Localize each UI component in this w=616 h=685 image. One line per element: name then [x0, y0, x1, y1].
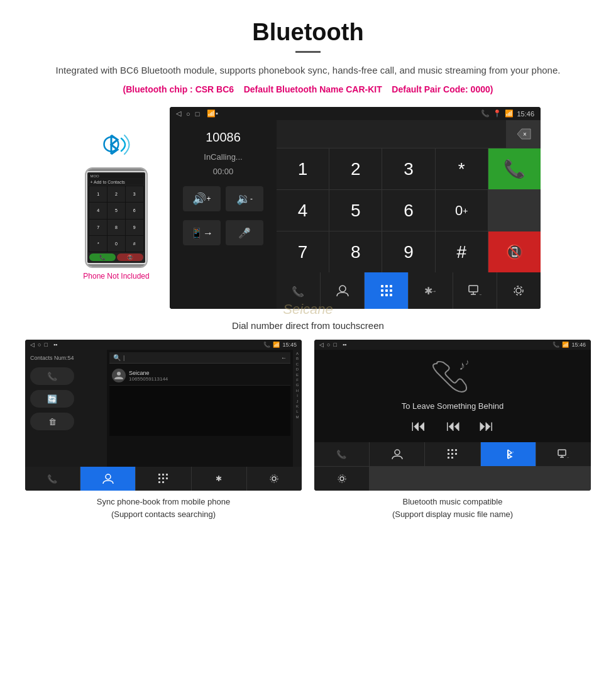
alpha-c[interactable]: C [296, 362, 299, 367]
svg-text:×: × [523, 131, 527, 138]
nav-call-btn[interactable]: 📞 [277, 272, 320, 309]
alpha-a[interactable]: A [296, 351, 299, 356]
m-settings-icon [336, 473, 348, 484]
key-7[interactable]: 7 [277, 231, 329, 272]
key-6[interactable]: 6 [382, 190, 434, 231]
delete-action-btn[interactable]: 🗑 [30, 413, 74, 430]
sync-action-btn[interactable]: 🔄 [30, 390, 74, 408]
contact-icon [336, 284, 349, 298]
end-call-btn[interactable]: 📵 [488, 231, 541, 272]
home-btn[interactable]: ○ [186, 110, 190, 118]
svg-point-51 [338, 475, 346, 482]
nav-bluetooth-btn[interactable]: ✱→ [409, 272, 452, 309]
phone-transfer-btn[interactable]: 📱→ [183, 220, 221, 245]
alpha-k[interactable]: K [296, 404, 299, 409]
alpha-l[interactable]: L [296, 409, 298, 414]
dial-caption: Dial number direct from touchscreen [0, 315, 616, 340]
svg-rect-9 [390, 289, 392, 292]
volume-down-btn[interactable]: 🔉- [226, 186, 263, 211]
m-back[interactable]: ◁ [319, 342, 324, 348]
m-nav-contact[interactable] [370, 442, 424, 466]
alpha-e[interactable]: E [296, 372, 299, 377]
svg-rect-27 [166, 477, 168, 479]
m-nav-bt[interactable]: → [481, 442, 536, 466]
alpha-i[interactable]: I [297, 393, 298, 398]
header-specs: (Bluetooth chip : CSR BC6 Default Blueto… [38, 84, 578, 94]
key-5[interactable]: 5 [329, 190, 382, 231]
c-home[interactable]: ○ [38, 342, 41, 348]
svg-point-30 [272, 477, 276, 481]
dial-screen: ◁ ○ □ 📶▪ 📞 📍 📶 15:46 10086 InCalling... … [170, 107, 541, 309]
key-hash[interactable]: # [436, 231, 488, 272]
dial-input[interactable] [277, 120, 506, 148]
call-action-btn[interactable]: 📞 [30, 367, 74, 385]
alpha-b[interactable]: B [296, 356, 299, 361]
key-8[interactable]: 8 [329, 231, 382, 272]
m-device-icon: → [558, 448, 569, 460]
prev-btn[interactable]: ⏮ [411, 417, 426, 435]
dial-keypad: × 1 2 3 * 📞 4 5 6 0+ 7 8 9 [277, 120, 541, 309]
back-btn[interactable]: ◁ [176, 109, 181, 118]
nav-dialpad-btn[interactable] [365, 272, 408, 309]
volume-up-btn[interactable]: 🔊+ [183, 186, 221, 211]
key-3[interactable]: 3 [382, 148, 434, 189]
c-nav-bt[interactable]: ✱ [192, 467, 246, 491]
key-0plus[interactable]: 0+ [436, 190, 488, 231]
contacts-item: ◁ ○ □ ▪▪ 📞 📶 15:45 Contacts Num:54 📞 🔄 [25, 340, 302, 525]
c-nav-settings[interactable] [247, 467, 302, 491]
status-left: ◁ ○ □ 📶▪ [176, 109, 218, 118]
m-nav-settings[interactable] [314, 467, 369, 491]
key-star[interactable]: * [436, 148, 488, 189]
svg-rect-12 [390, 294, 392, 296]
m-nav-device[interactable]: → [536, 442, 591, 466]
backspace-btn[interactable]: × [506, 120, 541, 148]
contacts-left-panel: Contacts Num:54 📞 🔄 🗑 [25, 350, 107, 467]
alpha-d[interactable]: D [296, 367, 299, 372]
svg-rect-4 [381, 285, 383, 287]
c-nav-call[interactable]: 📞 [25, 467, 80, 491]
contacts-body: Contacts Num:54 📞 🔄 🗑 🔍 | ← [25, 350, 302, 467]
key-1[interactable]: 1 [277, 148, 329, 189]
contact-row[interactable]: Seicane 10655059113144 [109, 366, 290, 386]
m-recent[interactable]: □ [333, 342, 336, 348]
svg-text:→: → [478, 291, 481, 298]
m-nav-call[interactable]: 📞 [314, 442, 369, 466]
svg-rect-38 [455, 449, 457, 451]
nav-settings-btn[interactable] [497, 272, 541, 309]
alpha-m[interactable]: M [296, 415, 299, 420]
m-home[interactable]: ○ [327, 342, 330, 348]
alpha-f[interactable]: F [296, 377, 299, 382]
wifi-icon: 📶 [505, 109, 514, 118]
contacts-search-bar[interactable]: 🔍 | ← [109, 352, 290, 364]
extra-controls: 📱→ 🎤 [179, 220, 268, 245]
svg-rect-5 [385, 285, 388, 287]
prev2-btn[interactable]: ⏭ [445, 417, 460, 435]
alpha-g[interactable]: G [296, 382, 299, 387]
dial-status-bar: ◁ ○ □ 📶▪ 📞 📍 📶 15:46 [170, 107, 541, 120]
c-nav-dialpad[interactable] [136, 467, 190, 491]
alpha-j[interactable]: J [297, 399, 299, 404]
call-btn[interactable]: 📞 [488, 148, 541, 189]
backspace-icon: × [516, 128, 531, 140]
key-4[interactable]: 4 [277, 190, 329, 231]
svg-rect-46 [558, 450, 566, 455]
music-caption: Bluetooth music compatible (Support disp… [390, 491, 515, 525]
device-icon: → [468, 284, 481, 298]
next-btn[interactable]: ⏭ [479, 417, 494, 435]
volume-controls: 🔊+ 🔉- [179, 186, 268, 211]
nav-contact-btn[interactable] [321, 272, 364, 309]
key-9[interactable]: 9 [382, 231, 434, 272]
m-nav-dialpad[interactable] [425, 442, 480, 466]
c-recent[interactable]: □ [44, 342, 47, 348]
c-nav-contact[interactable] [80, 467, 135, 491]
alpha-h[interactable]: H [296, 388, 299, 393]
keypad-grid: 1 2 3 * 📞 4 5 6 0+ 7 8 9 # 📵 [277, 148, 541, 272]
dial-number: 10086 [179, 130, 268, 145]
key-2[interactable]: 2 [329, 148, 382, 189]
c-back[interactable]: ◁ [30, 342, 35, 348]
svg-rect-23 [162, 474, 164, 476]
mic-btn[interactable]: 🎤 [226, 220, 263, 245]
nav-device-btn[interactable]: → [453, 272, 497, 309]
phone-aside: ◯ MOO + Add to Contacts 1 2 3 [75, 107, 157, 281]
recent-btn[interactable]: □ [195, 110, 200, 118]
